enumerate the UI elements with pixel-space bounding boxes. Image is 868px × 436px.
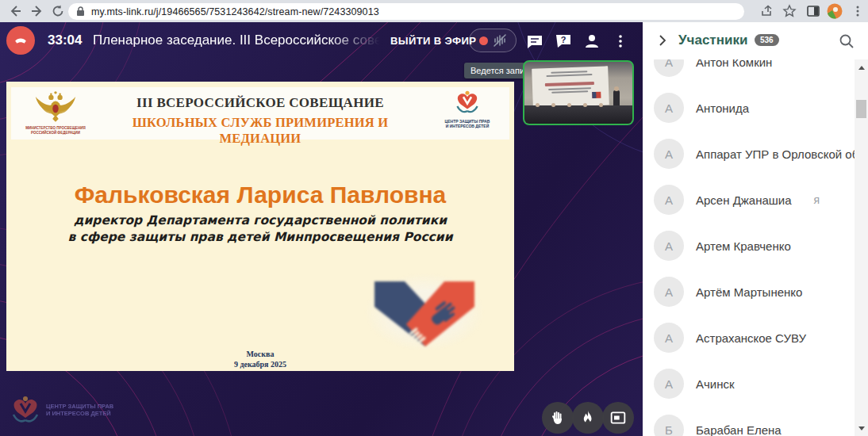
participant-name: Ачинск — [696, 377, 735, 391]
participant-name: Антонида — [696, 101, 749, 115]
reactions-button[interactable] — [572, 402, 604, 434]
participants-button[interactable] — [582, 32, 601, 51]
slide-title-line1: III ВСЕРОССИЙСКОЕ СОВЕЩАНИЕ — [98, 95, 422, 111]
refresh-icon[interactable] — [51, 4, 65, 18]
handshake-logo — [365, 273, 484, 350]
phone-hangup-icon — [12, 32, 29, 49]
slide-header: МИНИСТЕРСТВО ПРОСВЕЩЕНИЯ РОССИЙСКОЙ ФЕДЕ… — [11, 87, 509, 140]
coat-of-arms-icon — [33, 89, 78, 127]
browser-chrome: my.mts-link.ru/j/19466565/7531243642/str… — [0, 0, 868, 22]
participant-row[interactable]: А Артем Кравченко — [643, 223, 855, 269]
profile-avatar[interactable] — [827, 3, 843, 19]
participant-row[interactable]: А Артём Мартыненко — [643, 269, 855, 315]
participants-list: А Антон Комкин А Антонида А Аппарат УПР … — [643, 59, 855, 436]
participant-name: Аппарат УПР в Орловской об... — [696, 147, 855, 161]
participant-name: Барабан Елена — [696, 423, 782, 436]
hangup-button[interactable] — [6, 26, 35, 55]
watermark: ЦЕНТР ЗАЩИТЫ ПРАВ И ИНТЕРЕСОВ ДЕТЕЙ — [10, 395, 113, 425]
participant-name: Антон Комкин — [696, 59, 772, 69]
handshake-icon — [365, 273, 484, 350]
webinar-app: 33:04 Пленарное заседание. III Всероссий… — [0, 22, 868, 436]
slide-footer: Москва 9 декабря 2025 — [6, 349, 514, 369]
flame-icon — [581, 410, 595, 426]
participant-avatar: А — [654, 231, 684, 261]
participant-name: Астраханское СУВУ — [696, 331, 806, 345]
triangle-down-icon — [858, 426, 865, 430]
person-icon — [583, 33, 601, 50]
browser-menu-icon[interactable] — [851, 4, 865, 18]
participant-avatar: А — [654, 277, 684, 307]
participant-avatar: А — [654, 59, 684, 77]
raise-hand-button[interactable] — [542, 402, 574, 434]
speaker-title-line1: директор Департамента государственной по… — [6, 213, 514, 228]
back-icon[interactable] — [8, 4, 22, 18]
czpid-logo: ЦЕНТР ЗАЩИТЫ ПРАВ И ИНТЕРЕСОВ ДЕТЕЙ — [436, 90, 498, 128]
question-bubble-icon: ? — [555, 33, 572, 50]
scroll-down-button[interactable] — [855, 422, 868, 434]
participant-name: Артём Мартыненко — [696, 285, 802, 299]
participant-avatar: А — [654, 139, 684, 169]
chat-button[interactable] — [525, 32, 544, 51]
raised-hand-icon — [550, 410, 566, 426]
main-stage: 33:04 Пленарное заседание. III Всероссий… — [0, 22, 643, 436]
kebab-menu-icon — [612, 33, 629, 50]
stream-timer: 33:04 — [48, 33, 82, 48]
participants-title: Участники — [678, 33, 747, 48]
scroll-up-button[interactable] — [855, 61, 868, 74]
panel-table — [524, 105, 632, 124]
forward-icon[interactable] — [30, 4, 44, 18]
side-panel-icon[interactable] — [806, 4, 820, 18]
meeting-title: Пленарное заседание. III Всероссийское с… — [93, 33, 380, 48]
participants-panel: Участники 536 А Антон Комкин А Антонида … — [643, 22, 868, 436]
collapse-panel-icon[interactable] — [656, 34, 669, 47]
participant-avatar: А — [654, 93, 684, 123]
participant-name: Арсен Джанашиа — [696, 193, 792, 207]
svg-text:?: ? — [561, 35, 567, 44]
chat-icon — [526, 33, 543, 50]
scrollbar-thumb[interactable] — [856, 100, 866, 118]
recording-control[interactable] — [469, 29, 517, 52]
ministry-caption: МИНИСТЕРСТВО ПРОСВЕЩЕНИЯ РОССИЙСКОЙ ФЕДЕ… — [16, 126, 95, 135]
participant-row[interactable]: А Ачинск — [643, 361, 855, 407]
participant-avatar: А — [654, 369, 684, 399]
participant-row[interactable]: А Антон Комкин — [643, 59, 855, 85]
participant-row[interactable]: А Аппарат УПР в Орловской об... — [643, 131, 855, 177]
record-dot-icon — [479, 36, 488, 45]
slide-date: 9 декабря 2025 — [6, 359, 514, 369]
child-rights-center-icon — [454, 90, 481, 115]
bookmark-star-icon[interactable] — [782, 4, 797, 18]
more-options-button[interactable] — [611, 32, 630, 51]
triangle-up-icon — [858, 66, 865, 70]
speaker-name: Фальковская Лариса Павловна — [6, 182, 514, 208]
speaker-video-thumbnail[interactable] — [523, 60, 634, 125]
address-bar[interactable]: my.mts-link.ru/j/19466565/7531243642/str… — [68, 3, 744, 20]
picture-in-picture-icon — [610, 411, 626, 425]
mic-muted-icon — [491, 32, 509, 49]
watermark-logo-icon — [10, 395, 41, 425]
go-live-button[interactable]: ВЫЙТИ В ЭФИР — [390, 35, 476, 47]
speaker-title-line2: в сфере защиты прав детей Минпросвещения… — [6, 230, 514, 244]
slide-city: Москва — [6, 349, 514, 359]
panel-scrollbar[interactable] — [855, 59, 868, 436]
participant-row[interactable]: А Астраханское СУВУ — [643, 315, 855, 361]
participants-count-badge: 536 — [755, 34, 779, 46]
projected-slide — [532, 66, 609, 107]
url-text: my.mts-link.ru/j/19466565/7531243642/str… — [91, 6, 379, 17]
questions-button[interactable]: ? — [554, 32, 573, 51]
participant-row[interactable]: А Антонида — [643, 85, 855, 131]
participant-avatar: Б — [654, 415, 684, 436]
search-icon[interactable] — [838, 33, 855, 50]
participant-row[interactable]: Б Барабан Елена — [643, 407, 855, 436]
participant-avatar: А — [654, 323, 684, 353]
presentation-slide: МИНИСТЕРСТВО ПРОСВЕЩЕНИЯ РОССИЙСКОЙ ФЕДЕ… — [6, 82, 514, 371]
lock-icon — [76, 6, 85, 17]
participant-name: Артем Кравченко — [696, 239, 791, 253]
share-icon[interactable] — [760, 4, 774, 18]
participant-avatar: А — [654, 185, 684, 215]
slide-title-line2: ШКОЛЬНЫХ СЛУЖБ ПРИМИРЕНИЯ И МЕДИАЦИИ — [98, 115, 422, 147]
pip-button[interactable] — [602, 402, 634, 434]
participants-header: Участники 536 — [643, 22, 868, 59]
participant-me-label: я — [813, 193, 820, 206]
participant-row[interactable]: А Арсен Джанашиа я — [643, 177, 855, 223]
